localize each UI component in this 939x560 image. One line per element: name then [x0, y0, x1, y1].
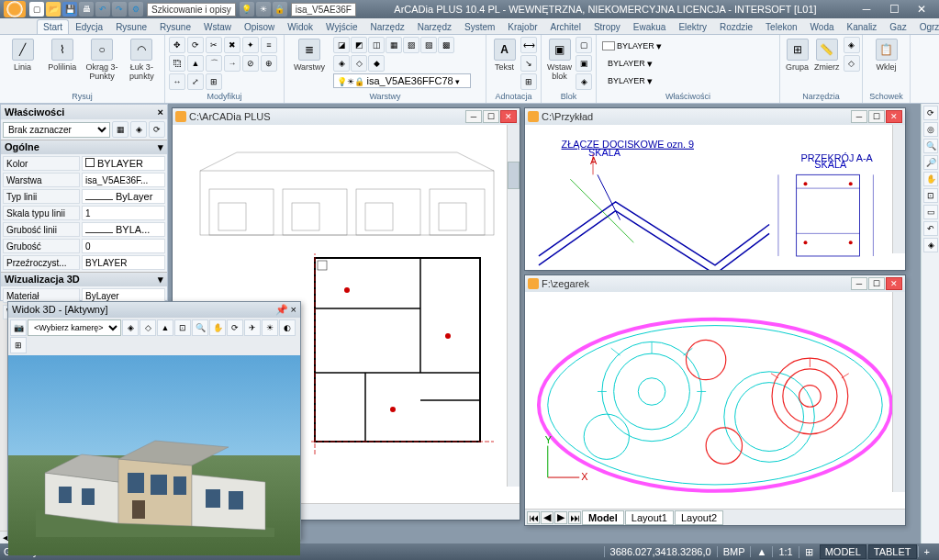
nav-3d-icon[interactable]: ◈: [923, 238, 938, 252]
qat-bulb-icon[interactable]: 💡: [240, 2, 254, 17]
layers-button[interactable]: ≣Warstwy: [288, 37, 330, 73]
tab-rozdzie[interactable]: Rozdzie: [713, 19, 759, 34]
scrollbar-vertical[interactable]: [507, 125, 520, 487]
measure-button[interactable]: 📏Zmierz: [812, 37, 842, 73]
doc-titlebar-zegarek[interactable]: F:\zegarek ─ ☐ ✕: [525, 275, 905, 292]
tab-prev-button[interactable]: ◀: [541, 511, 553, 524]
tab-narzedz2[interactable]: Narzędz: [411, 19, 458, 34]
layer-tool-9[interactable]: ◇: [351, 55, 367, 72]
app-logo-icon[interactable]: [4, 1, 26, 17]
layer-tool-3[interactable]: ◫: [368, 37, 385, 53]
v3d-tool-1[interactable]: ◈: [122, 319, 139, 336]
status-grid-icon[interactable]: ⊞: [799, 546, 819, 558]
close-button[interactable]: ✕: [908, 1, 935, 17]
tab-model[interactable]: Model: [582, 510, 624, 525]
props-section-general[interactable]: Ogólne▾: [1, 140, 167, 154]
rotate-icon[interactable]: ⟳: [187, 37, 204, 53]
nav-orbit-icon[interactable]: ◎: [923, 122, 938, 137]
view3d-canvas[interactable]: [8, 355, 300, 555]
tab-architel[interactable]: Architel: [544, 19, 587, 34]
props-tool-2[interactable]: ◈: [130, 121, 147, 138]
block-tool-1[interactable]: ▢: [576, 37, 592, 53]
tab-woda[interactable]: Woda: [804, 19, 841, 34]
camera-combo[interactable]: <Wybierz kamerę>: [28, 319, 121, 336]
prop-row-grubosc[interactable]: Grubość0: [3, 239, 165, 253]
v3d-tool-2[interactable]: ◇: [140, 319, 156, 336]
nav-extents-icon[interactable]: ⊡: [923, 188, 938, 203]
status-toggle-tablet[interactable]: TABLET: [868, 544, 917, 559]
doc-min-button[interactable]: ─: [851, 110, 867, 123]
qat-print-icon[interactable]: 🖶: [79, 2, 94, 17]
tab-gaz[interactable]: Gaz: [883, 19, 912, 34]
scrollbar-vertical[interactable]: [892, 292, 905, 492]
lineweight-combo[interactable]: BYLAYER▾: [602, 56, 653, 71]
nav-window-icon[interactable]: ▭: [923, 205, 938, 219]
status-mode[interactable]: BMP: [717, 546, 751, 557]
layer-tool-4[interactable]: ▦: [386, 37, 402, 53]
props-tool-3[interactable]: ⟳: [149, 121, 165, 138]
doc-canvas-przyklad[interactable]: ZŁĄCZE DOCISKOWE ozn. 9 SKALA PRZEKRÓJ A…: [525, 125, 905, 270]
stretch-icon[interactable]: ↔: [169, 73, 185, 90]
tab-krajobr[interactable]: Krajobr: [501, 19, 543, 34]
minimize-button[interactable]: ─: [853, 1, 880, 17]
nav-zoom-out-icon[interactable]: 🔎: [923, 155, 938, 170]
doc-titlebar-main[interactable]: C:\ArCADia PLUS ─ ☐ ✕: [173, 108, 520, 125]
scale-icon[interactable]: ⤢: [187, 73, 204, 90]
props-section-viz3d[interactable]: Wizualizacja 3D▾: [1, 272, 167, 286]
tab-system[interactable]: System: [458, 19, 501, 34]
nav-refresh-icon[interactable]: ⟳: [923, 106, 938, 120]
qat-workspace-combo[interactable]: Szkicowanie i opisy: [147, 3, 236, 17]
tab-rysunek2[interactable]: Rysune: [153, 19, 197, 34]
group-button[interactable]: ⊞Grupa: [784, 37, 810, 73]
doc-max-button[interactable]: ☐: [483, 110, 499, 123]
tab-telekon[interactable]: Telekon: [759, 19, 803, 34]
view3d-pin-icon[interactable]: 📌 ×: [275, 304, 296, 316]
layer-tool-7[interactable]: ▩: [438, 37, 454, 53]
nav-zoom-in-icon[interactable]: 🔍: [923, 139, 938, 153]
linetype-combo[interactable]: BYLAYER▾: [602, 73, 653, 88]
doc-max-button[interactable]: ☐: [868, 110, 885, 123]
prop-row-warstwa[interactable]: Warstwaisa_V5AE36F...: [3, 173, 165, 187]
nav-pan-icon[interactable]: ✋: [923, 172, 938, 186]
tab-kanaliz[interactable]: Kanaliz: [841, 19, 884, 34]
fillet-icon[interactable]: ⌒: [206, 55, 222, 72]
doc-min-button[interactable]: ─: [851, 277, 867, 290]
tab-ewakua[interactable]: Ewakua: [627, 19, 673, 34]
tab-last-button[interactable]: ⏭: [568, 511, 581, 524]
erase-icon[interactable]: ✖: [224, 37, 240, 53]
offset-icon[interactable]: ≡: [261, 37, 277, 53]
move-icon[interactable]: ✥: [169, 37, 185, 53]
tab-wyjscie[interactable]: Wyjście: [319, 19, 363, 34]
nav-prev-icon[interactable]: ↶: [923, 221, 938, 236]
doc-max-button[interactable]: ☐: [868, 277, 885, 290]
panel-close-icon[interactable]: ×: [158, 106, 163, 118]
status-plus-icon[interactable]: +: [918, 546, 935, 557]
qat-settings-icon[interactable]: ⚙: [129, 2, 143, 17]
status-scale[interactable]: 1:1: [772, 546, 798, 557]
v3d-camera-icon[interactable]: 📷: [10, 319, 27, 336]
v3d-tool-11[interactable]: ⊞: [10, 337, 27, 353]
qat-undo-icon[interactable]: ↶: [95, 2, 110, 17]
tab-elektry[interactable]: Elektry: [672, 19, 713, 34]
tab-layout2[interactable]: Layout2: [675, 510, 723, 525]
tab-opisow[interactable]: Opisow: [238, 19, 281, 34]
layer-tool-6[interactable]: ▧: [420, 37, 437, 53]
trim-icon[interactable]: ✂: [206, 37, 222, 53]
qat-save-icon[interactable]: 💾: [62, 2, 77, 17]
view3d-titlebar[interactable]: Widok 3D - [Aktywny]📌 ×: [8, 302, 300, 318]
dim-icon[interactable]: ⟷: [520, 37, 537, 53]
break-icon[interactable]: ⊘: [242, 55, 259, 72]
table-icon[interactable]: ⊞: [520, 73, 537, 90]
prop-row-grubosclinii[interactable]: Grubość liniiBYLA...: [3, 222, 165, 237]
text-button[interactable]: ATekst: [490, 37, 519, 73]
layer-combo[interactable]: 💡☀🔒 isa_V5AE36FFC78 ▾: [333, 73, 471, 88]
doc-titlebar-przyklad[interactable]: C:\Przykład ─ ☐ ✕: [525, 108, 905, 125]
tab-narzedz1[interactable]: Narzędz: [363, 19, 410, 34]
status-annotation-icon[interactable]: ▲: [750, 546, 772, 557]
prop-row-typlinii[interactable]: Typ liniiByLayer: [3, 189, 165, 204]
qat-sun-icon[interactable]: ☀: [256, 2, 271, 17]
prop-row-skala[interactable]: Skala typu linii1: [3, 206, 165, 220]
tool-x1[interactable]: ◈: [844, 37, 860, 53]
layer-tool-8[interactable]: ◈: [333, 55, 350, 72]
v3d-tool-10[interactable]: ◐: [279, 319, 296, 336]
